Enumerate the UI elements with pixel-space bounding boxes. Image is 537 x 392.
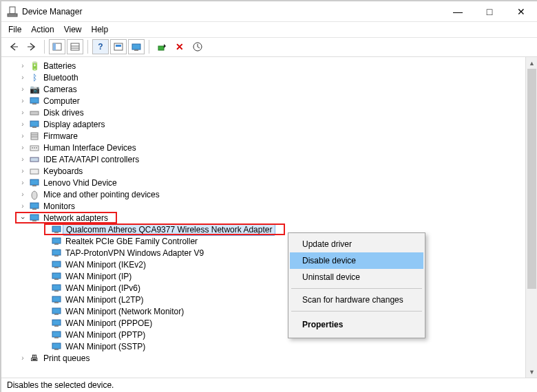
ctx-update-driver[interactable]: Update driver bbox=[290, 236, 423, 252]
ctx-uninstall-device[interactable]: Uninstall device bbox=[290, 269, 423, 285]
scrollbar-thumb[interactable] bbox=[527, 69, 536, 289]
scroll-up-arrow-icon[interactable]: ▲ bbox=[526, 57, 537, 69]
tree-item-cameras[interactable]: ›📷Cameras bbox=[1, 83, 537, 95]
ctx-divider bbox=[291, 311, 422, 312]
svg-rect-43 bbox=[54, 279, 59, 280]
tree-item-wan-ikev2[interactable]: ›WAN Miniport (IKEv2) bbox=[1, 259, 537, 270]
scroll-down-arrow-icon[interactable]: ▼ bbox=[526, 366, 537, 378]
chevron-down-icon[interactable]: › bbox=[18, 213, 28, 223]
svg-rect-34 bbox=[52, 226, 61, 232]
tree-item-wan-ipv6[interactable]: ›WAN Miniport (IPv6) bbox=[1, 282, 537, 294]
chevron-right-icon[interactable]: › bbox=[18, 61, 28, 71]
tree-item-display-adapters[interactable]: ›Display adapters bbox=[1, 118, 537, 130]
tree-item-wan-netmon[interactable]: ›WAN Miniport (Network Monitor) bbox=[1, 305, 537, 317]
ctx-disable-device[interactable]: Disable device bbox=[290, 252, 423, 269]
properties-button[interactable] bbox=[67, 39, 83, 54]
uninstall-button[interactable]: ✕ bbox=[171, 39, 188, 54]
tree-item-computer[interactable]: ›Computer bbox=[1, 95, 537, 107]
display-icon bbox=[29, 119, 40, 130]
svg-rect-45 bbox=[54, 290, 59, 292]
svg-rect-42 bbox=[52, 273, 61, 279]
close-button[interactable]: ✕ bbox=[505, 1, 537, 22]
chevron-right-icon[interactable]: › bbox=[18, 155, 28, 164]
chevron-right-icon[interactable]: › bbox=[18, 166, 28, 176]
svg-rect-9 bbox=[132, 44, 140, 50]
tree-item-monitors[interactable]: ›Monitors bbox=[1, 200, 537, 212]
ctx-properties[interactable]: Properties bbox=[290, 314, 423, 335]
svg-rect-3 bbox=[53, 43, 56, 50]
tree-item-batteries[interactable]: ›🔋Batteries bbox=[1, 60, 537, 72]
svg-rect-11 bbox=[158, 46, 164, 50]
svg-rect-13 bbox=[30, 98, 39, 103]
network-adapter-icon bbox=[51, 224, 62, 235]
enable-device-button[interactable] bbox=[154, 39, 170, 54]
forward-button[interactable] bbox=[23, 39, 40, 54]
minimize-button[interactable]: — bbox=[442, 1, 474, 22]
chevron-right-icon[interactable]: › bbox=[18, 178, 28, 188]
titlebar: Device Manager — □ ✕ bbox=[1, 1, 537, 22]
chevron-right-icon[interactable]: › bbox=[18, 85, 28, 94]
chevron-right-icon[interactable]: › bbox=[18, 108, 28, 118]
chevron-right-icon[interactable]: › bbox=[18, 190, 28, 199]
tree-item-wan-pppoe[interactable]: ›WAN Miniport (PPPOE) bbox=[1, 317, 537, 329]
ctx-scan-hardware[interactable]: Scan for hardware changes bbox=[290, 292, 423, 308]
tree-item-disk-drives[interactable]: ›Disk drives bbox=[1, 107, 537, 118]
vertical-scrollbar[interactable]: ▲ ▼ bbox=[525, 57, 537, 378]
tree-item-hid[interactable]: ›Human Interface Devices bbox=[1, 142, 537, 153]
device-tree[interactable]: ›🔋Batteries ›ᛒBluetooth ›📷Cameras ›Compu… bbox=[1, 57, 537, 367]
tree-item-mice[interactable]: ›Mice and other pointing devices bbox=[1, 188, 537, 200]
tree-item-realtek[interactable]: ›Realtek PCIe GbE Family Controller bbox=[1, 235, 537, 247]
scan-hardware-button[interactable] bbox=[189, 39, 206, 54]
maximize-button[interactable]: □ bbox=[474, 1, 505, 22]
chevron-right-icon[interactable]: › bbox=[18, 353, 28, 363]
tree-item-ide[interactable]: ›IDE ATA/ATAPI controllers bbox=[1, 153, 537, 165]
network-adapter-icon bbox=[51, 318, 62, 329]
svg-rect-14 bbox=[32, 103, 36, 105]
network-adapter-icon bbox=[51, 329, 62, 340]
tree-item-firmware[interactable]: ›Firmware bbox=[1, 130, 537, 142]
tree-item-wan-ip[interactable]: ›WAN Miniport (IP) bbox=[1, 270, 537, 282]
chevron-right-icon[interactable]: › bbox=[18, 143, 28, 153]
status-text: Disables the selected device. bbox=[7, 380, 114, 390]
menu-help[interactable]: Help bbox=[92, 25, 109, 34]
svg-rect-31 bbox=[32, 208, 36, 210]
tree-item-qualcomm-adapter[interactable]: ›Qualcomm Atheros QCA9377 Wireless Netwo… bbox=[1, 224, 537, 235]
svg-rect-48 bbox=[52, 308, 61, 314]
menu-file[interactable]: File bbox=[8, 25, 21, 34]
computer-icon bbox=[29, 96, 40, 107]
tree-item-network-adapters[interactable]: ›Network adapters bbox=[1, 212, 537, 224]
network-adapter-icon bbox=[51, 294, 62, 305]
tree-item-lenovo[interactable]: ›Lenovo Vhid Device bbox=[1, 177, 537, 188]
chevron-right-icon[interactable]: › bbox=[18, 202, 28, 211]
help-button[interactable]: ? bbox=[92, 39, 109, 54]
tree-item-print-queues[interactable]: ›🖶Print queues bbox=[1, 352, 537, 364]
update-driver-button[interactable] bbox=[128, 39, 145, 54]
tree-item-wan-sstp[interactable]: ›WAN Miniport (SSTP) bbox=[1, 340, 537, 352]
menu-action[interactable]: Action bbox=[31, 25, 54, 34]
svg-rect-17 bbox=[32, 127, 36, 128]
show-hide-console-tree-button[interactable] bbox=[49, 39, 65, 54]
chevron-right-icon[interactable]: › bbox=[18, 73, 28, 83]
action-button[interactable] bbox=[110, 39, 127, 54]
network-adapter-icon bbox=[51, 306, 62, 317]
device-tree-pane: ›🔋Batteries ›ᛒBluetooth ›📷Cameras ›Compu… bbox=[1, 57, 537, 378]
app-icon bbox=[7, 6, 18, 17]
tree-item-keyboards[interactable]: ›Keyboards bbox=[1, 165, 537, 177]
chevron-right-icon[interactable]: › bbox=[18, 96, 28, 106]
tree-item-wan-pptp[interactable]: ›WAN Miniport (PPTP) bbox=[1, 329, 537, 340]
chevron-right-icon[interactable]: › bbox=[18, 131, 28, 141]
tree-item-tap-proton[interactable]: ›TAP-ProtonVPN Windows Adapter V9 bbox=[1, 247, 537, 259]
tree-item-wan-l2tp[interactable]: ›WAN Miniport (L2TP) bbox=[1, 294, 537, 305]
svg-rect-16 bbox=[30, 121, 39, 127]
disk-icon bbox=[29, 107, 40, 118]
back-button[interactable] bbox=[6, 39, 22, 54]
svg-rect-39 bbox=[54, 255, 59, 257]
svg-point-22 bbox=[32, 147, 33, 149]
svg-rect-27 bbox=[30, 179, 39, 185]
svg-rect-37 bbox=[54, 243, 59, 245]
bluetooth-icon: ᛒ bbox=[29, 72, 40, 83]
chevron-right-icon[interactable]: › bbox=[18, 120, 28, 129]
svg-rect-18 bbox=[31, 133, 38, 140]
menu-view[interactable]: View bbox=[64, 25, 82, 34]
tree-item-bluetooth[interactable]: ›ᛒBluetooth bbox=[1, 72, 537, 83]
